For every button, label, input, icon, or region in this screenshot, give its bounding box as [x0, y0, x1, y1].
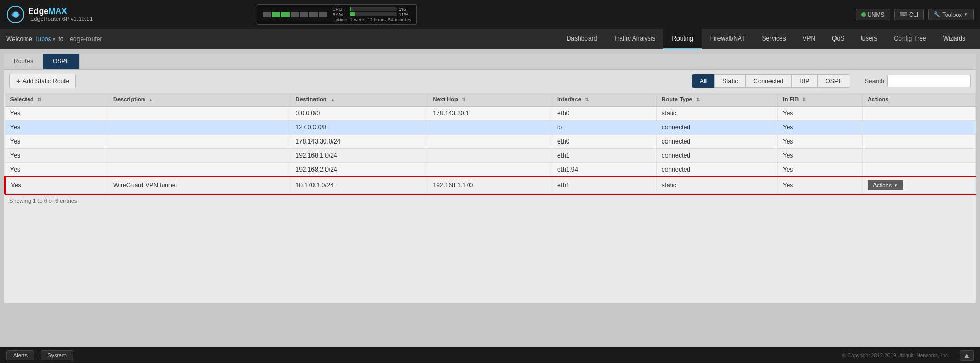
tab-wizards[interactable]: Wizards [935, 29, 974, 49]
cell-actions [862, 135, 975, 149]
cell-actions [862, 121, 975, 135]
ram-bar-bg [350, 12, 397, 16]
footer-collapse-button[interactable]: ▲ [960, 350, 974, 361]
ram-stat: RAM: 11% [332, 12, 411, 17]
tab-traffic-analysis[interactable]: Traffic Analysis [605, 29, 663, 49]
filter-rip[interactable]: RIP [791, 74, 817, 88]
sort-rt-icon: ⇅ [696, 97, 700, 102]
cell-destination: 127.0.0.0/8 [290, 121, 427, 135]
cell-interface: eth0 [552, 135, 656, 149]
cli-icon: ⌨ [900, 11, 907, 17]
cell-interface: eth1.94 [552, 163, 656, 177]
cell-in-fib: Yes [777, 177, 862, 194]
device-icon-6 [309, 12, 318, 17]
cell-in-fib: Yes [777, 121, 862, 135]
plus-icon: + [16, 77, 20, 85]
sort-iface-icon: ⇅ [585, 97, 589, 102]
filter-ospf[interactable]: OSPF [817, 74, 850, 88]
search-area: Search [865, 75, 971, 87]
device-icon-5 [300, 12, 308, 17]
cell-route-type: connected [656, 149, 777, 163]
add-static-route-button[interactable]: + Add Static Route [9, 74, 76, 88]
cell-in-fib: Yes [777, 149, 862, 163]
table-row: Yes192.168.1.0/24eth1connectedYes [5, 149, 976, 163]
col-destination[interactable]: Destination ▲ [290, 93, 427, 106]
cell-description [108, 149, 290, 163]
unms-button[interactable]: UNMS [856, 9, 890, 20]
cell-actions [862, 106, 975, 121]
cell-destination: 178.143.30.0/24 [290, 135, 427, 149]
cell-next-hop [427, 135, 552, 149]
subtab-routes[interactable]: Routes [4, 54, 43, 69]
table-row: Yes178.143.30.0/24eth0connectedYes [5, 135, 976, 149]
toolbox-button[interactable]: 🔧 Toolbox ▼ [928, 9, 974, 20]
filter-connected[interactable]: Connected [746, 74, 791, 88]
footer: Alerts System © Copyright 2012-2019 Ubiq… [0, 347, 980, 363]
cpu-bar-bg [350, 7, 397, 11]
cell-description [108, 163, 290, 177]
table-row: Yes0.0.0.0/0178.143.30.1eth0staticYes [5, 106, 976, 121]
footer-tab-alerts[interactable]: Alerts [6, 350, 34, 360]
system-stats: CPU: 3% RAM: 11% Uptime: 1 week, 12 hour… [257, 4, 417, 25]
copyright: © Copyright 2012-2019 Ubiquiti Networks,… [842, 353, 949, 358]
subtab-ospf[interactable]: OSPF [43, 54, 80, 69]
cell-destination: 192.168.2.0/24 [290, 163, 427, 177]
cell-in-fib: Yes [777, 106, 862, 121]
cpu-stat: CPU: 3% [332, 7, 411, 12]
user-link[interactable]: lubos [36, 35, 51, 43]
col-route-type[interactable]: Route Type ⇅ [656, 93, 777, 106]
tab-dashboard[interactable]: Dashboard [558, 29, 606, 49]
tab-routing[interactable]: Routing [663, 29, 701, 49]
cell-description: WireGuard VPN tunnel [108, 177, 290, 194]
actions-caret: ▼ [894, 183, 898, 188]
search-input[interactable] [887, 75, 971, 87]
cell-next-hop [427, 121, 552, 135]
cell-destination: 192.168.1.0/24 [290, 149, 427, 163]
device-icon-4 [291, 12, 299, 17]
main-content: Routes OSPF + Add Static Route All Stati… [4, 54, 976, 303]
cell-interface: eth1 [552, 177, 656, 194]
tab-vpn[interactable]: VPN [794, 29, 824, 49]
cell-destination: 10.170.1.0/24 [290, 177, 427, 194]
welcome-label: Welcome [6, 35, 32, 43]
user-dropdown-icon[interactable]: ▼ [51, 36, 56, 42]
cell-route-type: connected [656, 135, 777, 149]
tab-services[interactable]: Services [754, 29, 794, 49]
filter-group: All Static Connected RIP OSPF [692, 74, 850, 88]
ram-bar-fill [350, 12, 355, 16]
cell-selected: Yes [5, 135, 108, 149]
cell-interface: eth0 [552, 106, 656, 121]
table-body: Yes0.0.0.0/0178.143.30.1eth0staticYesYes… [5, 106, 976, 194]
toolbox-caret: ▼ [964, 12, 968, 17]
tab-firewall-nat[interactable]: Firewall/NAT [702, 29, 754, 49]
device-icons [263, 12, 327, 17]
unms-status-dot [861, 12, 866, 17]
cell-selected: Yes [5, 106, 108, 121]
cli-button[interactable]: ⌨ CLI [894, 9, 924, 20]
top-controls: UNMS ⌨ CLI 🔧 Toolbox ▼ [856, 9, 974, 20]
filter-static[interactable]: Static [714, 74, 746, 88]
sort-fib-icon: ⇅ [802, 97, 806, 102]
cell-next-hop [427, 149, 552, 163]
cell-next-hop [427, 163, 552, 177]
tab-config-tree[interactable]: Config Tree [886, 29, 935, 49]
col-interface[interactable]: Interface ⇅ [552, 93, 656, 106]
footer-tab-system[interactable]: System [41, 350, 73, 360]
tab-users[interactable]: Users [853, 29, 885, 49]
col-description[interactable]: Description ▲ [108, 93, 290, 106]
device-icon-3 [281, 12, 290, 17]
cell-in-fib: Yes [777, 163, 862, 177]
device-icon-7 [319, 12, 327, 17]
sort-selected-icon: ⇅ [37, 97, 42, 102]
col-next-hop[interactable]: Next Hop ⇅ [427, 93, 552, 106]
actions-button[interactable]: Actions ▼ [868, 180, 903, 190]
col-in-fib[interactable]: In FIB ⇅ [777, 93, 862, 106]
cell-actions [862, 149, 975, 163]
cell-route-type: static [656, 106, 777, 121]
col-selected[interactable]: Selected ⇅ [5, 93, 108, 106]
toolbox-icon: 🔧 [934, 11, 940, 17]
tab-qos[interactable]: QoS [824, 29, 853, 49]
to-label: to [58, 35, 63, 43]
table-header-row: Selected ⇅ Description ▲ Destination ▲ N… [5, 93, 976, 106]
filter-all[interactable]: All [692, 74, 714, 88]
